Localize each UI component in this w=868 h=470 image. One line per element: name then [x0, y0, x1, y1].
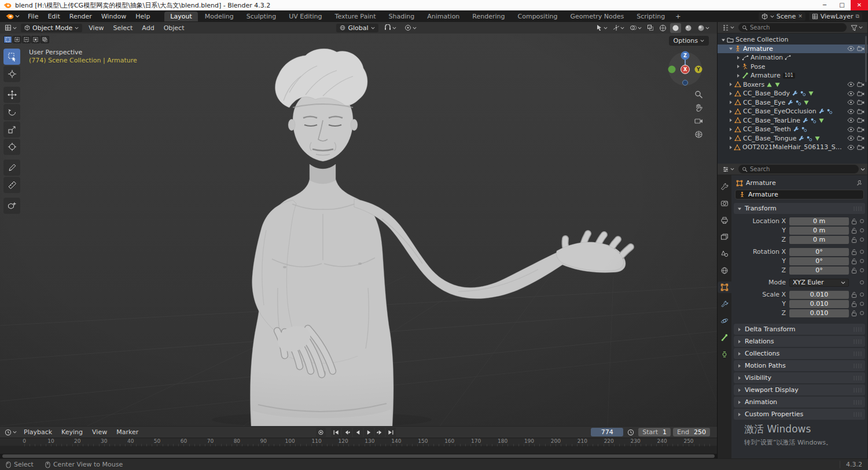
lock-icon[interactable] — [851, 301, 857, 308]
menu-render[interactable]: Render — [65, 12, 97, 21]
zoom-icon[interactable] — [694, 90, 703, 99]
panel-grip[interactable] — [854, 206, 862, 211]
expand-arrow-icon[interactable] — [720, 38, 727, 42]
transform-panel-header[interactable]: Transform — [734, 203, 865, 214]
hide-viewport-eye-icon[interactable] — [847, 82, 855, 87]
move-tool[interactable] — [3, 87, 20, 103]
panel-grip[interactable] — [854, 339, 862, 344]
panel-grip[interactable] — [854, 400, 862, 405]
outliner-row-cc-base-body[interactable]: CC_Base_Body — [718, 89, 867, 98]
tab-modifiers[interactable] — [718, 298, 731, 310]
expand-arrow-icon[interactable] — [727, 136, 734, 140]
select-box-tool[interactable] — [3, 49, 20, 65]
workspace-tab-uv-editing[interactable]: UV Editing — [283, 12, 328, 21]
panel-motion-paths[interactable]: Motion Paths — [734, 360, 865, 371]
tab-world[interactable] — [718, 265, 731, 276]
disable-render-camera-icon[interactable] — [857, 91, 865, 97]
show-overlays-toggle[interactable] — [628, 23, 643, 32]
jump-to-end-button[interactable] — [386, 428, 396, 437]
animate-decorator[interactable] — [860, 228, 864, 232]
proportional-editing-toggle[interactable] — [402, 24, 419, 32]
disable-render-camera-icon[interactable] — [857, 99, 865, 105]
xray-toggle[interactable] — [645, 23, 656, 32]
annotate-tool[interactable] — [3, 160, 20, 176]
hide-viewport-eye-icon[interactable] — [847, 145, 855, 150]
panel-grip[interactable] — [854, 327, 862, 332]
workspace-tab-animation[interactable]: Animation — [421, 12, 465, 21]
animate-decorator[interactable] — [860, 311, 864, 315]
rotation-mode-select[interactable]: XYZ Euler — [789, 279, 849, 287]
outliner-scrollbar[interactable] — [865, 36, 867, 82]
outliner-row-animation[interactable]: Animation — [718, 53, 867, 62]
expand-arrow-icon[interactable] — [735, 73, 742, 78]
selectability-dropdown[interactable] — [594, 23, 609, 32]
number-field[interactable]: 0° — [789, 267, 849, 275]
number-field[interactable]: 0 m — [789, 217, 849, 225]
menu-edit[interactable]: Edit — [43, 12, 64, 21]
viewport-menu-select[interactable]: Select — [108, 24, 137, 32]
shading-solid-button[interactable] — [670, 23, 681, 33]
viewport-options-button[interactable]: Options — [669, 36, 709, 46]
hide-viewport-eye-icon[interactable] — [847, 127, 855, 132]
snap-toggle[interactable] — [382, 24, 399, 32]
outliner-row-cc-base-eye[interactable]: CC_Base_Eye — [718, 98, 867, 108]
number-field[interactable]: 0.010 — [789, 309, 849, 317]
outliner-filter-button[interactable] — [848, 24, 865, 32]
workspace-tab-compositing[interactable]: Compositing — [512, 12, 564, 21]
number-field[interactable]: 0.010 — [789, 291, 849, 299]
expand-arrow-icon[interactable] — [735, 55, 742, 60]
tab-render[interactable] — [718, 198, 731, 209]
lock-icon[interactable] — [851, 249, 857, 256]
outliner-row-pose[interactable]: Pose — [718, 62, 867, 72]
hide-viewport-eye-icon[interactable] — [847, 99, 855, 105]
shading-rendered-button[interactable] — [696, 23, 711, 33]
use-preview-range-toggle[interactable] — [626, 428, 636, 437]
panel-visibility[interactable]: Visibility — [734, 372, 865, 383]
camera-view-icon[interactable] — [694, 117, 703, 125]
animate-decorator[interactable] — [860, 238, 864, 242]
outliner-row-cc-base-tearline[interactable]: CC_Base_TearLine — [718, 116, 867, 125]
scene-selector[interactable]: Scene ✕ — [759, 12, 806, 21]
panel-viewport-display[interactable]: Viewport Display — [734, 384, 865, 395]
tab-physics[interactable] — [718, 315, 731, 327]
outliner-row-armature[interactable]: Armature101 — [718, 71, 867, 80]
object-name-field[interactable]: Armature — [735, 190, 864, 199]
tab-constraints[interactable] — [718, 349, 731, 360]
expand-arrow-icon[interactable] — [727, 127, 734, 132]
properties-search-input[interactable] — [750, 166, 855, 172]
panel-relations[interactable]: Relations — [734, 336, 865, 347]
select-mode-invert-button[interactable] — [31, 36, 40, 43]
play-reverse-button[interactable] — [353, 428, 363, 437]
expand-arrow-icon[interactable] — [727, 46, 734, 51]
outliner-row-cc-base-eyeocclusion[interactable]: CC_Base_EyeOcclusion — [718, 107, 867, 116]
select-mode-subtract-button[interactable] — [22, 36, 31, 43]
workspace-tab-layout[interactable]: Layout — [164, 12, 197, 21]
outliner-row-armature[interactable]: Armature — [718, 45, 867, 54]
outliner-row-scene-collection[interactable]: Scene Collection — [718, 35, 867, 45]
outliner-search-input[interactable] — [750, 24, 843, 31]
workspace-tab-sculpting[interactable]: Sculpting — [241, 12, 282, 21]
disable-render-camera-icon[interactable] — [857, 127, 865, 132]
timeline-editor-type-button[interactable] — [2, 428, 19, 436]
menu-window[interactable]: Window — [97, 12, 131, 21]
workspace-tab-modeling[interactable]: Modeling — [199, 12, 240, 21]
start-frame-field[interactable]: Start 1 — [638, 428, 671, 436]
workspace-tab-shading[interactable]: Shading — [383, 12, 421, 21]
3d-viewport[interactable]: User Perspective (774) Scene Collection … — [0, 34, 717, 426]
shading-wireframe-button[interactable] — [657, 23, 668, 33]
properties-search[interactable] — [738, 165, 859, 173]
hide-viewport-eye-icon[interactable] — [847, 135, 855, 141]
unlink-scene-icon[interactable]: ✕ — [798, 13, 803, 19]
timeline-menu-marker[interactable]: Marker — [112, 428, 143, 436]
animate-decorator[interactable] — [860, 259, 864, 263]
tab-tool[interactable] — [718, 181, 731, 193]
outliner-row-cc-base-teeth[interactable]: CC_Base_Teeth — [718, 125, 867, 134]
hide-viewport-eye-icon[interactable] — [847, 46, 855, 51]
timeline-menu-view[interactable]: View — [87, 428, 112, 436]
expand-arrow-icon[interactable] — [727, 91, 734, 96]
hide-viewport-eye-icon[interactable] — [847, 117, 855, 123]
new-viewlayer-icon[interactable]: ⧉ — [856, 13, 859, 20]
panel-grip[interactable] — [854, 412, 862, 417]
number-field[interactable]: 0.010 — [789, 300, 849, 308]
panel-grip[interactable] — [854, 388, 862, 393]
